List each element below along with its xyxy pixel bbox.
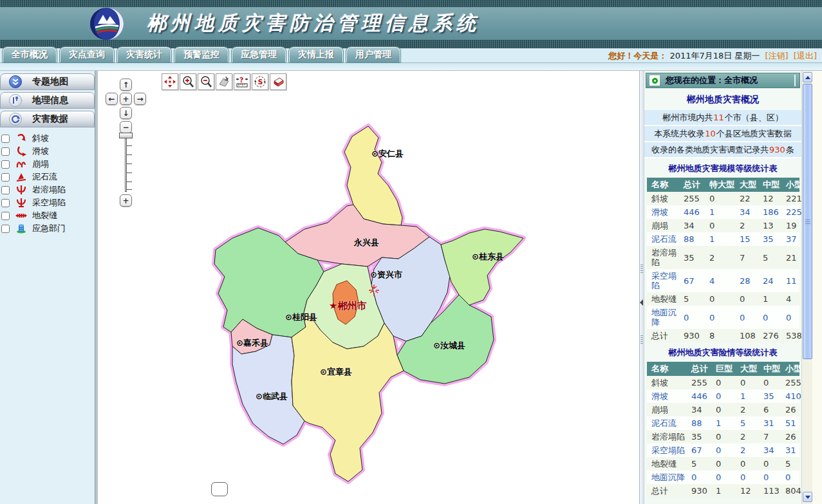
table-row: 岩溶塌陷3502726 bbox=[647, 430, 799, 443]
map-label-临武县: ⊙临武县 bbox=[256, 391, 288, 402]
ground-fissure-icon bbox=[14, 210, 28, 221]
map-label-郴州市: ★郴州市 bbox=[329, 300, 366, 312]
table-row: 采空塌陷674282411 bbox=[647, 269, 799, 292]
table-row: 滑坡446134186225 bbox=[647, 205, 799, 219]
table-row: 采空塌陷67023431 bbox=[647, 443, 799, 457]
tab-city-overview[interactable]: 全市概况 bbox=[3, 47, 57, 62]
tab-disaster-reporting[interactable]: 灾情上报 bbox=[289, 47, 343, 62]
zoom-in-icon[interactable] bbox=[180, 73, 196, 90]
layer-item-karst-collapse: 岩溶塌陷 bbox=[0, 183, 95, 196]
disaster-danger-table: 名称总计巨型大型中型小型斜坡255000255滑坡4460135410崩塌340… bbox=[647, 362, 799, 498]
splitter-collapse-icon[interactable] bbox=[640, 299, 643, 306]
app-banner: 郴州地质灾害防治管理信息系统 bbox=[0, 0, 822, 48]
map-viewport[interactable]: ↑ ← + → ↓ − + bbox=[98, 71, 639, 504]
table-row: 泥石流881153537 bbox=[647, 232, 799, 246]
clear-icon[interactable] bbox=[270, 73, 286, 90]
table-row: 崩塌3402626 bbox=[647, 403, 799, 416]
collapse-icon bbox=[14, 159, 28, 170]
table-header-row: 名称总计特大型大型中型小型 bbox=[647, 178, 799, 192]
sidebar-section-thematic-map[interactable]: 专题地图 bbox=[0, 73, 95, 90]
statistics-panel: 您现在的位置：全市概况 郴州地质灾害概况 郴州市境内共11个市（县、区） 本系统… bbox=[644, 71, 801, 504]
table-row: 地面沉降00000 bbox=[647, 471, 799, 484]
tab-disaster-point-query[interactable]: 灾点查询 bbox=[60, 47, 114, 62]
splitter-grip[interactable] bbox=[640, 335, 643, 344]
district-guidong[interactable] bbox=[441, 229, 523, 305]
tab-emergency-management[interactable]: 应急管理 bbox=[232, 47, 286, 62]
zoom-in-step-button[interactable]: + bbox=[120, 194, 132, 207]
karst-collapse-checkbox[interactable] bbox=[1, 186, 10, 194]
location-bar: 您现在的位置：全市概况 bbox=[646, 73, 800, 88]
table-header-row: 名称总计巨型大型中型小型 bbox=[647, 362, 799, 376]
disaster-scale-table: 名称总计特大型大型中型小型斜坡25502212221滑坡446134186225… bbox=[647, 178, 799, 342]
pan-icon[interactable] bbox=[162, 73, 178, 90]
map-label-嘉禾县: ⊙嘉禾县 bbox=[236, 337, 268, 349]
banner-texture-top bbox=[0, 0, 822, 7]
scale-icon[interactable]: S bbox=[252, 73, 268, 90]
measure-icon[interactable]: ? bbox=[234, 73, 250, 90]
layer-item-collapse: 崩塌 bbox=[0, 158, 95, 171]
pan-down-button[interactable]: ↓ bbox=[120, 107, 132, 119]
splitter-grip[interactable] bbox=[640, 264, 643, 273]
main-nav: 全市概况 灾点查询 灾害统计 预警监控 应急管理 灾情上报 用户管理 您好！今天… bbox=[0, 48, 822, 63]
map-toolbar: ? S bbox=[162, 73, 288, 90]
location-crosshair-icon bbox=[368, 285, 380, 296]
chenzhou-geology-logo bbox=[89, 7, 125, 41]
table-row: 总计930112113804 bbox=[647, 484, 799, 498]
zoom-out-icon[interactable] bbox=[198, 73, 214, 90]
sidebar-section-geo-info[interactable]: 地理信息 bbox=[0, 92, 95, 109]
svg-text:?: ? bbox=[239, 76, 243, 84]
nav-divider bbox=[0, 63, 822, 71]
debris-flow-icon bbox=[14, 172, 28, 183]
scrollbar-thumb[interactable] bbox=[803, 84, 812, 359]
pan-up-button[interactable]: ↑ bbox=[120, 79, 132, 91]
stat-line: 郴州市境内共11个市（县、区） bbox=[644, 110, 801, 126]
map-label-桂东县: ⊙桂东县 bbox=[472, 251, 504, 263]
emergency-dept-checkbox[interactable] bbox=[1, 225, 10, 233]
table-row: 斜坡255000255 bbox=[647, 376, 799, 389]
tab-user-management[interactable]: 用户管理 bbox=[346, 47, 400, 62]
scroll-up-button[interactable] bbox=[803, 72, 812, 82]
table-row: 地面沉降00000 bbox=[647, 306, 799, 329]
collapse-checkbox[interactable] bbox=[1, 160, 10, 169]
stat-line: 本系统共收录10个县区地质灾害数据 bbox=[644, 126, 801, 142]
svg-text:S: S bbox=[258, 78, 263, 86]
panel-scrollbar[interactable] bbox=[801, 71, 812, 504]
pan-right-button[interactable]: → bbox=[134, 93, 146, 105]
table-row: 地裂缝50014 bbox=[647, 292, 799, 306]
exit-link[interactable]: [退出] bbox=[794, 51, 817, 61]
mining-collapse-checkbox[interactable] bbox=[1, 199, 10, 207]
logout-link[interactable]: [注销] bbox=[765, 51, 789, 61]
table-row: 泥石流88153151 bbox=[647, 416, 799, 430]
ground-fissure-checkbox[interactable] bbox=[1, 212, 10, 220]
zoom-slider-handle[interactable] bbox=[119, 133, 133, 138]
slope-checkbox[interactable] bbox=[1, 135, 10, 143]
pan-left-button[interactable]: ← bbox=[106, 93, 118, 105]
identify-icon[interactable] bbox=[216, 73, 232, 90]
layer-item-ground-fissure: 地裂缝 bbox=[0, 209, 95, 222]
tab-warning-monitoring[interactable]: 预警监控 bbox=[174, 47, 229, 62]
panel-splitter[interactable] bbox=[639, 71, 644, 504]
layer-item-debris-flow: 泥石流 bbox=[0, 171, 95, 183]
map-canvas: ⊙安仁县永兴县⊙资兴市⊙桂东县★郴州市⊙桂阳县⊙嘉禾县⊙汝城县⊙宜章县⊙临武县 bbox=[209, 122, 528, 489]
zoom-out-step-button[interactable]: − bbox=[120, 121, 132, 133]
location-marker-icon bbox=[649, 75, 660, 86]
debris-flow-checkbox[interactable] bbox=[1, 173, 10, 182]
sidebar-section-disaster-data[interactable]: 灾害数据 bbox=[0, 111, 95, 127]
overview-map-toggle-button[interactable] bbox=[211, 482, 228, 496]
map-label-宜章县: ⊙宜章县 bbox=[320, 366, 352, 378]
landslide-icon bbox=[14, 146, 28, 157]
table-row: 地裂缝50005 bbox=[647, 457, 799, 471]
slope-icon bbox=[14, 133, 28, 144]
chevrons-down-icon bbox=[9, 75, 22, 88]
page-background bbox=[812, 71, 822, 504]
pan-center-button[interactable]: + bbox=[120, 93, 132, 105]
landslide-checkbox[interactable] bbox=[1, 147, 10, 156]
tools-icon bbox=[9, 94, 22, 107]
app-window: 郴州地质灾害防治管理信息系统 全市概况 灾点查询 灾害统计 预警监控 应急管理 … bbox=[0, 0, 822, 504]
map-label-桂阳县: ⊙桂阳县 bbox=[285, 312, 317, 323]
table-row: 滑坡4460135410 bbox=[647, 389, 799, 403]
stat-line: 收录的各类地质灾害调查记录共930条 bbox=[644, 142, 801, 158]
scroll-down-button[interactable] bbox=[803, 492, 812, 502]
tab-disaster-statistics[interactable]: 灾害统计 bbox=[117, 47, 171, 62]
data-gear-icon bbox=[9, 113, 22, 126]
